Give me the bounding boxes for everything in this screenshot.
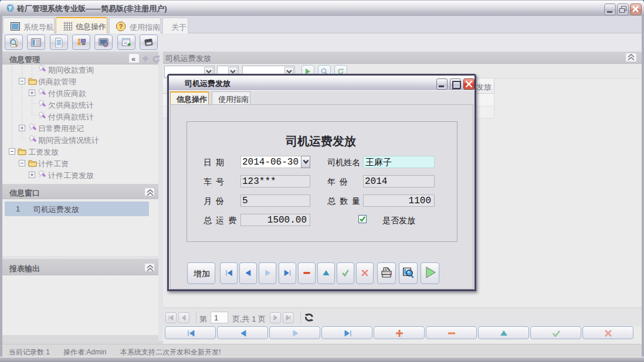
svg-text:?: ? — [119, 23, 123, 30]
